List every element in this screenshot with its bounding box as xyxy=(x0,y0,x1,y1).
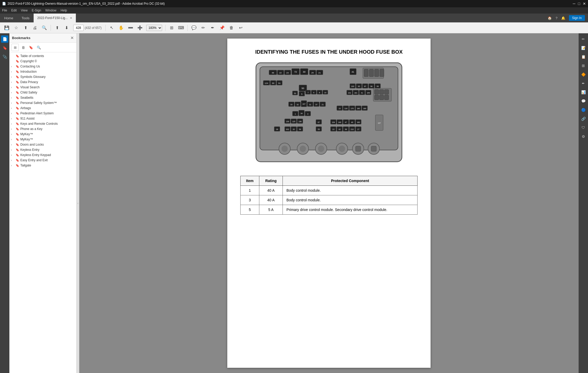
fit-tool[interactable]: ⊞ xyxy=(168,24,176,32)
maximize-button[interactable]: □ xyxy=(578,2,580,6)
bookmark-item-introduction[interactable]: ›🔖Introduction xyxy=(9,69,76,74)
search-tool[interactable]: 🔍 xyxy=(40,24,48,32)
stamp-tool[interactable]: 📌 xyxy=(218,24,226,32)
attachments-icon[interactable]: 📎 xyxy=(1,53,8,60)
zoom-out-tool[interactable]: ➖ xyxy=(126,24,135,32)
bookmark-item-pedestrian-alert[interactable]: ›🔖Pedestrian Alert System xyxy=(9,111,76,116)
bm-label-symbols-glossary: Symbols Glossary xyxy=(20,75,75,79)
sign-in-button[interactable]: Sign In xyxy=(569,15,585,21)
right-tool-7[interactable]: 📊 xyxy=(580,89,587,96)
bm-delete[interactable]: 🗑 xyxy=(20,44,27,51)
page-number-input[interactable] xyxy=(73,25,84,31)
panel-collapse-handle[interactable]: ‹ xyxy=(77,33,79,373)
bookmark-item-911-assist[interactable]: ›🔖911 Assist xyxy=(9,116,76,121)
minimize-button[interactable]: ─ xyxy=(573,2,575,6)
highlight-tool[interactable]: ✏ xyxy=(199,24,207,32)
menu-esign[interactable]: E-Sign xyxy=(32,9,41,12)
bm-label-child-safety: Child Safety xyxy=(20,91,75,94)
right-tool-8[interactable]: 💬 xyxy=(580,97,587,105)
pages-icon[interactable]: 📄 xyxy=(1,35,8,43)
right-tool-5[interactable]: 🔶 xyxy=(580,71,587,78)
right-tool-settings[interactable]: ⚙ xyxy=(580,133,587,140)
home-icon[interactable]: 🏠 xyxy=(548,16,552,20)
tab-home[interactable]: Home xyxy=(0,14,17,22)
bm-bookmark-icon-personal-safety: 🔖 xyxy=(16,101,19,105)
menu-view[interactable]: View xyxy=(21,9,28,12)
bookmark-item-tailgate[interactable]: ›🔖Tailgate xyxy=(9,163,76,168)
right-tool-3[interactable]: 📋 xyxy=(580,53,587,60)
bm-bookmark-icon-keys-remote: 🔖 xyxy=(16,122,19,126)
bm-search-bookmarks[interactable]: 🔍 xyxy=(35,44,42,51)
comment-tool[interactable]: 💬 xyxy=(190,24,198,32)
right-tool-1[interactable]: ✏ xyxy=(580,35,587,43)
bookmark-item-seatbelts[interactable]: ›🔖Seatbelts xyxy=(9,95,76,100)
bm-add-bookmark[interactable]: 🔖 xyxy=(28,44,34,51)
tab-tools[interactable]: Tools xyxy=(17,14,34,22)
svg-rect-1 xyxy=(260,67,398,150)
menu-window[interactable]: Window xyxy=(45,9,57,12)
notification-icon[interactable]: 🔔 xyxy=(561,16,565,20)
bookmark-item-contacting-us[interactable]: ›🔖Contacting Us xyxy=(9,64,76,69)
right-tool-share[interactable]: 🔗 xyxy=(580,115,587,122)
hand-tool[interactable]: ✋ xyxy=(117,24,125,32)
bookmark-item-mykey-2[interactable]: ›🔖MyKey™ xyxy=(9,137,76,142)
bookmark-item-keys-remote[interactable]: ›🔖Keys and Remote Controls xyxy=(9,121,76,126)
bookmark-item-mykey-1[interactable]: ›🔖MyKey™ xyxy=(9,132,76,137)
bookmarks-close-button[interactable]: ✕ xyxy=(70,35,74,40)
pdf-area[interactable]: IDENTIFYING THE FUSES IN THE UNDER HOOD … xyxy=(79,33,579,373)
close-button[interactable]: ✕ xyxy=(583,2,586,6)
zoom-select[interactable]: 183% 100% 150% 200% xyxy=(146,25,162,31)
print-tool[interactable]: 🖨 xyxy=(31,24,39,32)
bookmark-item-keyless-entry[interactable]: ›🔖Keyless Entry xyxy=(9,147,76,152)
right-tool-9[interactable]: 🔵 xyxy=(580,106,587,114)
save-tool[interactable]: 💾 xyxy=(3,24,11,32)
bookmark-item-doors-locks[interactable]: ›🔖Doors and Locks xyxy=(9,142,76,147)
bookmark-item-airbags[interactable]: ›🔖Airbags xyxy=(9,105,76,111)
bookmark-tool[interactable]: ☆ xyxy=(12,24,20,32)
menu-file[interactable]: File xyxy=(2,9,7,12)
svg-text:15: 15 xyxy=(339,108,341,109)
bm-expand-all[interactable]: ⊞ xyxy=(12,44,19,51)
svg-text:124: 124 xyxy=(265,82,268,84)
bookmark-item-personal-safety[interactable]: ›🔖Personal Safety System™ xyxy=(9,100,76,105)
menu-help[interactable]: Help xyxy=(61,9,67,12)
bm-bookmark-icon-introduction: 🔖 xyxy=(16,70,19,73)
bookmark-item-visual-search[interactable]: ›🔖Visual Search xyxy=(9,85,76,90)
page-count-label: (432 of 657) xyxy=(85,26,102,30)
upload-tool[interactable]: ⬆ xyxy=(21,24,30,32)
bookmark-item-easy-entry-exit[interactable]: ›🔖Easy Entry and Exit xyxy=(9,158,76,163)
bookmark-item-table-of-contents[interactable]: 🔖Table of contents xyxy=(9,53,76,59)
title-bar-left: 📄 2022-Ford-F150-Lightning-Owners-Manual… xyxy=(2,2,165,5)
next-page-tool[interactable]: ⬇ xyxy=(62,24,71,32)
help-icon[interactable]: ? xyxy=(555,16,557,20)
svg-rect-62 xyxy=(375,90,379,94)
right-tool-shield[interactable]: 🛡 xyxy=(580,124,587,131)
delete-tool[interactable]: 🗑 xyxy=(227,24,236,32)
bookmark-item-phone-as-key[interactable]: ›🔖Phone as a Key xyxy=(9,126,76,132)
right-tool-2[interactable]: 📝 xyxy=(580,44,587,52)
bookmark-item-symbols-glossary[interactable]: ›🔖Symbols Glossary xyxy=(9,74,76,79)
prev-page-tool[interactable]: ⬆ xyxy=(53,24,61,32)
menu-edit[interactable]: Edit xyxy=(11,9,17,12)
right-tool-4[interactable]: ⊞ xyxy=(580,62,587,69)
draw-tool[interactable]: ✒ xyxy=(209,24,217,32)
svg-text:42: 42 xyxy=(339,128,341,130)
bookmark-item-copyright[interactable]: 🔖Copyright © xyxy=(9,59,76,64)
svg-text:55: 55 xyxy=(318,128,320,130)
right-tool-6[interactable]: ✒ xyxy=(580,80,587,87)
bookmark-item-data-privacy[interactable]: ›🔖Data Privacy xyxy=(9,79,76,85)
svg-rect-67 xyxy=(384,95,389,100)
tab-document[interactable]: 2022-Ford-F150-Lig... ✕ xyxy=(34,14,76,22)
undo-tool[interactable]: ↩ xyxy=(237,24,245,32)
svg-rect-20 xyxy=(369,69,373,77)
keyboard-tool[interactable]: ⌨ xyxy=(177,24,185,32)
bookmarks-icon[interactable]: 🔖 xyxy=(1,44,8,52)
bookmark-item-keyless-entry-keypad[interactable]: ›🔖Keyless Entry Keypad xyxy=(9,152,76,158)
bookmark-item-child-safety[interactable]: ›🔖Child Safety xyxy=(9,90,76,95)
pdf-page-title: IDENTIFYING THE FUSES IN THE UNDER HOOD … xyxy=(240,49,418,55)
tab-close-icon[interactable]: ✕ xyxy=(70,16,72,20)
fuse-component: Body control module. xyxy=(283,186,418,195)
cursor-tool[interactable]: ↖ xyxy=(108,24,116,32)
zoom-in-tool[interactable]: ➕ xyxy=(136,24,144,32)
fuse-rating: 5 A xyxy=(259,205,283,215)
